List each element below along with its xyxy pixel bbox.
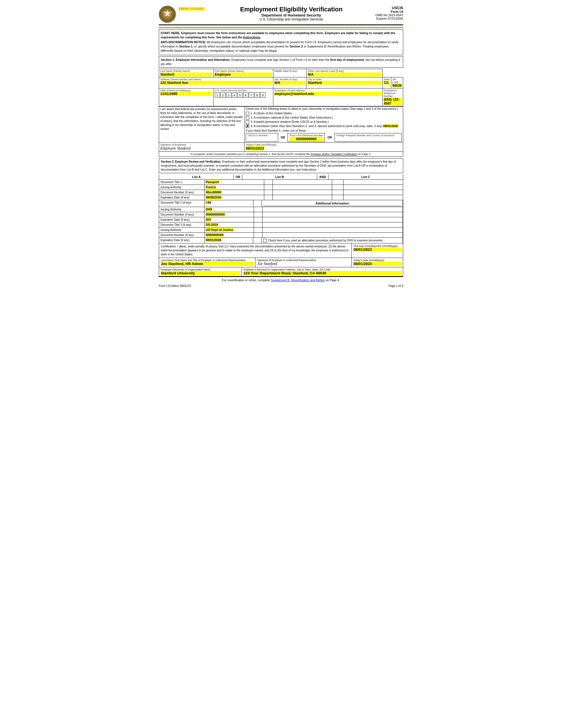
alt-procedure-cell: Check here if you used an alternative pr… [262, 238, 403, 243]
listc-exp-cell [343, 195, 403, 200]
doc-or-cell4 [264, 195, 273, 200]
section1-header: Section 1. Employee Information and Atte… [159, 56, 403, 67]
ssn-digit-7: 7 [249, 92, 254, 98]
cert-date-cell: First Day of Employment (mm/dd/yyyy): 08… [352, 243, 403, 258]
form-edition: Form I-9 Edition 08/01/23 [159, 284, 191, 288]
option3-label: 3. A lawful permanent resident (Enter US… [251, 120, 329, 123]
check-intro: Check one of the following boxes to atte… [246, 107, 402, 110]
item4-note: If you check Item Number 4., enter one o… [246, 129, 402, 132]
today-date-label: Today's Date (mm/dd/yyyy) [353, 259, 401, 262]
employer-info-row: Last Name, First Name and Title of Emplo… [159, 258, 403, 267]
city-value: Stanford [308, 81, 381, 85]
page-footer: Form I-9 Edition 08/01/23 Page 1 of 4 [159, 283, 403, 289]
first-day-label: First Day of Employment (mm/dd/yyyy): [353, 245, 401, 247]
today-date-cell: Today's Date (mm/dd/yyyy) 08/01/2023 [352, 258, 403, 267]
option1-row: 1. A citizen of the United States [246, 111, 402, 115]
listb-title-cell [273, 180, 332, 185]
state-value: CA [384, 81, 390, 85]
doc2-exp-value: D/S [205, 217, 254, 222]
ssn-digit-2: 2 [221, 92, 226, 98]
today-date-value: 08/01/2023 [353, 262, 401, 266]
i94-cell: Form I-94 Admission Number 0000000000 [287, 133, 325, 142]
doc1-exp-row: Expiration Date (if any) 09/09/2030 [159, 195, 403, 200]
doc2-issuing-label: Issuing Authority [159, 207, 205, 212]
doc-and-cell2 [332, 185, 343, 190]
sig-label: Signature of Employee [160, 143, 243, 146]
passport-label: Foreign Passport Number and Country of I… [336, 134, 400, 137]
first-name-value: Employee [215, 73, 272, 76]
option4-date: 08/01/2026 [383, 124, 398, 128]
email-label: Employee's Email Address [275, 89, 381, 92]
doc3-issuing-label: Issuing Authority [159, 227, 205, 232]
form-sub-title2: U.S. Citizenship and Immigration Service… [208, 17, 376, 21]
doc3-exp-label: Expiration Date (if any) [159, 238, 205, 243]
svg-text:SECURITY: SECURITY [165, 15, 171, 16]
doc1-number-label: Document Number (if any) [159, 190, 205, 195]
first-day-value: 08/01/2023 [353, 247, 401, 252]
dob-value: 11/01/1985 [160, 92, 212, 96]
notice-section: START HERE: Employers must ensure the fo… [159, 29, 403, 55]
employer-name-label: Last Name, First Name and Title of Emplo… [161, 259, 254, 262]
ssn-digit-5: 5 [238, 92, 243, 98]
preparer-note: If a preparer and/or translator assisted… [159, 152, 403, 157]
doc2-title-label: Document Title 2 (if any) [159, 200, 205, 207]
other-names-value: N/A [308, 73, 381, 76]
doc2-title-row: Document Title 2 (if any) I-94 Additiona… [159, 200, 403, 207]
doc2-exp-row: Expiration Date (if any) D/S [159, 217, 403, 222]
doc1-number-row: Document Number (if any) 00xx00000 [159, 190, 403, 195]
doc3-issuing-row: Issuing Authority US Dept of Justice [159, 227, 403, 233]
additional-info-body4 [263, 222, 403, 227]
org-name-value: Stanford University [161, 271, 240, 275]
section2-header: Section 2. Employer Review and Verificat… [159, 158, 403, 173]
apt-value: N/A [275, 81, 305, 85]
doc-or-cell1 [264, 180, 273, 185]
employee-signature: Employee Stanford [160, 146, 243, 151]
form-number: Form I-9 [375, 10, 403, 13]
expires-label: Expires 07/31/2026 [375, 17, 403, 20]
i94-label: Form I-94 Admission Number [289, 134, 323, 137]
doc2-number-row: Document Number (if any) 00000000000 [159, 212, 403, 217]
supplement-note: For reverification or rehire, complete S… [159, 277, 403, 283]
page-header: DEPARTMENT OF HOMELAND SECURITY EMPID: 0… [159, 6, 403, 25]
option4-label: 4. A noncitizen (other than Item Numbers… [251, 124, 398, 128]
doc-or-cell6 [254, 207, 263, 212]
other-names-label: Other Last Names Used (if any) [308, 70, 381, 73]
additional-info-body3 [263, 217, 403, 222]
anti-discrimination-notice: ANTI-DISCRIMINATION NOTICE: All employee… [161, 40, 401, 53]
additional-info-cell: Additional Information [262, 200, 403, 207]
attestation-text: I am aware that federal law provides for… [160, 107, 243, 131]
option4-row: ✗ 4. A noncitizen (other than Item Numbe… [246, 124, 402, 128]
doc3-number-label: Document Number (if any) [159, 233, 205, 237]
doc1-exp-label: Expiration Date (if any) [159, 195, 205, 200]
option1-checkbox [246, 112, 249, 115]
org-name-cell: Employer's Business or Organization Name… [159, 267, 242, 276]
empid-label: EMPID: 01234567 [179, 7, 205, 11]
phone-value: (650) 123-4567 [384, 98, 402, 106]
start-here-notice: START HERE: Employers must ensure the fo… [161, 31, 401, 39]
dhs-logo: DEPARTMENT OF HOMELAND SECURITY [159, 6, 176, 23]
logo-area: DEPARTMENT OF HOMELAND SECURITY [159, 6, 179, 23]
additional-info-body5 [263, 227, 403, 232]
doc-and-cell4 [332, 195, 343, 200]
employer-signature: Joe Stanford [257, 262, 350, 266]
doc1-title-value: Passport [205, 180, 264, 185]
doc1-exp-value: 09/09/2030 [205, 195, 264, 200]
cert-text: Certification: I attest, under penalty o… [159, 243, 352, 258]
doc3-title-value: DS-2019 [205, 222, 254, 227]
ssn-digit-9: 9 [260, 92, 266, 98]
option4-checkbox: ✗ [246, 125, 249, 128]
ssn-digit-3: 3 [226, 92, 231, 98]
option1-label: 1. A citizen of the United States [251, 111, 292, 115]
list-c-header: List C [328, 174, 403, 179]
uscis-label: USCIS [375, 6, 403, 10]
doc3-title-row: Document Title 3 (if any) DS-2019 [159, 222, 403, 227]
doc-or-cell3 [264, 190, 273, 195]
org-info-row: Employer's Business or Organization Name… [159, 267, 403, 276]
option3-row: 3. A lawful permanent resident (Enter US… [246, 120, 402, 124]
city-label: City or Town [308, 78, 381, 81]
last-name-label: Last Name (Family Name) [160, 70, 212, 73]
doc2-number-label: Document Number (if any) [159, 212, 205, 217]
doc-or-cell12 [253, 238, 262, 243]
sig-date-value: 08/01/2023 [246, 146, 264, 150]
employer-sig-cell: Signature of Employer or Authorized Repr… [256, 258, 352, 267]
